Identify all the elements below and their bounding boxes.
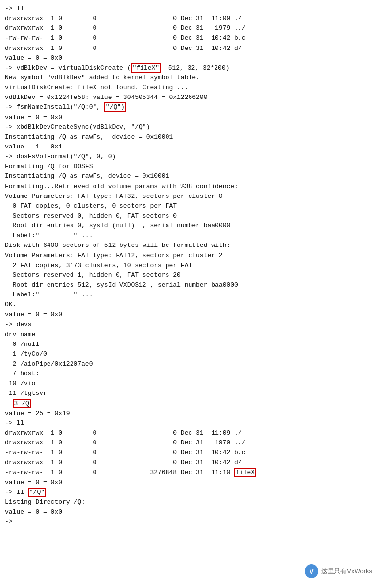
terminal-line-l49: -rw-rw-rw- 1 0 0 3276848 Dec 31 11:10 fi… xyxy=(5,468,377,478)
terminal-line-l31: OK. xyxy=(5,300,377,310)
terminal-line-l6: value = 0 = 0x0 xyxy=(5,53,377,63)
terminal-line-l55: -> xyxy=(5,517,377,527)
terminal-line-l15: value = 1 = 0x1 xyxy=(5,142,377,152)
terminal-output: -> lldrwxrwxrwx 1 0 0 0 Dec 31 11:09 ./d… xyxy=(0,0,382,531)
terminal-line-l50: value = 0 = 0x0 xyxy=(5,478,377,488)
terminal-line-l37: 2 /aioPipe/0x12207ae0 xyxy=(5,359,377,369)
terminal-line-l45: drwxrwxrwx 1 0 0 0 Dec 31 11:09 ./ xyxy=(5,428,377,438)
q-highlight: "/Q") xyxy=(104,102,126,112)
watermark-icon: V xyxy=(305,564,318,578)
terminal-line-l2: drwxrwxrwx 1 0 0 0 Dec 31 11:09 ./ xyxy=(5,14,377,24)
terminal-line-l41: 3 /Q xyxy=(5,399,377,409)
terminal-line-l48: drwxrwxrwx 1 0 0 0 Dec 31 10:42 d/ xyxy=(5,458,377,467)
terminal-line-l18: Instantiating /Q as rawFs, device = 0x10… xyxy=(5,172,377,181)
terminal-line-l35: 0 /null xyxy=(5,340,377,349)
terminal-line-l11: -> fsmNameInstall("/Q:0", "/Q") xyxy=(5,102,377,112)
terminal-line-l19: Formatting...Retrieved old volume params… xyxy=(5,182,377,192)
terminal-line-l36: 1 /tyCo/0 xyxy=(5,349,377,359)
terminal-line-l12: value = 0 = 0x0 xyxy=(5,113,377,122)
terminal-line-l30: Label:" " ... xyxy=(5,290,377,300)
terminal-line-l38: 7 host: xyxy=(5,369,377,379)
terminal-line-l24: Label:" " ... xyxy=(5,231,377,241)
terminal-line-l16: -> dosFsVolFormat("/Q", 0, 0) xyxy=(5,152,377,162)
watermark: V 这里只有VxWorks xyxy=(305,564,372,578)
terminal-line-l25: Disk with 6400 sectors of 512 bytes will… xyxy=(5,241,377,250)
terminal-line-l29: Root dir entries 512, sysId VXDOS12 , se… xyxy=(5,280,377,290)
terminal-line-l10: vdBlkDev = 0x1224fe58: value = 304505344… xyxy=(5,93,377,102)
terminal-line-l42: value = 25 = 0x19 xyxy=(5,409,377,418)
terminal-line-l9: virtualDiskCreate: fileX not found. Crea… xyxy=(5,83,377,93)
terminal-line-l22: Sectors reserved 0, hidden 0, FAT sector… xyxy=(5,211,377,221)
terminal-line-l53: Listing Directory /Q: xyxy=(5,497,377,507)
terminal-line-l4: -rw-rw-rw- 1 0 0 0 Dec 31 10:42 b.c xyxy=(5,33,377,43)
terminal-line-l17: Formatting /Q for DOSFS xyxy=(5,162,377,172)
ll-q-highlight: "/Q" xyxy=(28,488,46,497)
terminal-line-l1: -> ll xyxy=(5,4,377,14)
terminal-line-l51: -> ll "/Q" xyxy=(5,488,377,497)
terminal-line-l46: drwxrwxrwx 1 0 0 0 Dec 31 1979 ../ xyxy=(5,438,377,448)
terminal-line-l21: 0 FAT copies, 0 clusters, 0 sectors per … xyxy=(5,201,377,211)
terminal-line-l54: value = 0 = 0x0 xyxy=(5,507,377,517)
terminal-line-l13: -> xbdBlkDevCreateSync(vdBlkDev, "/Q") xyxy=(5,122,377,132)
terminal-line-l3: drwxrwxrwx 1 0 0 0 Dec 31 1979 ../ xyxy=(5,24,377,33)
terminal-line-l34: drv name xyxy=(5,330,377,340)
devs-q-highlight: 3 /Q xyxy=(13,399,31,408)
terminal-line-l8: New symbol "vdBlkDev" added to kernel sy… xyxy=(5,73,377,83)
terminal-line-l33: -> devs xyxy=(5,320,377,330)
watermark-text: 这里只有VxWorks xyxy=(321,567,372,576)
terminal-line-l27: 2 FAT copies, 3173 clusters, 10 sectors … xyxy=(5,261,377,270)
terminal-line-l40: 11 /tgtsvr xyxy=(5,389,377,398)
terminal-line-l7: -> vdBlkDev = virtualDiskCreate ("fileX"… xyxy=(5,63,377,73)
fileX-highlight: "fileX" xyxy=(131,63,161,73)
filex-result-highlight: fileX xyxy=(234,468,256,477)
terminal-line-l32: value = 0 = 0x0 xyxy=(5,310,377,319)
terminal-line-l20: Volume Parameters: FAT type: FAT32, sect… xyxy=(5,192,377,201)
terminal-line-l23: Root dir entries 0, sysId (null) , seria… xyxy=(5,221,377,231)
terminal-line-l28: Sectors reserved 1, hidden 0, FAT sector… xyxy=(5,270,377,280)
terminal-line-l5: drwxrwxrwx 1 0 0 0 Dec 31 10:42 d/ xyxy=(5,44,377,53)
terminal-line-l44: -> ll xyxy=(5,418,377,428)
terminal-line-l47: -rw-rw-rw- 1 0 0 0 Dec 31 10:42 b.c xyxy=(5,448,377,458)
terminal-line-l39: 10 /vio xyxy=(5,379,377,389)
terminal-line-l14: Instantiating /Q as rawFs, device = 0x10… xyxy=(5,132,377,142)
terminal-line-l26: Volume Parameters: FAT type: FAT12, sect… xyxy=(5,251,377,261)
